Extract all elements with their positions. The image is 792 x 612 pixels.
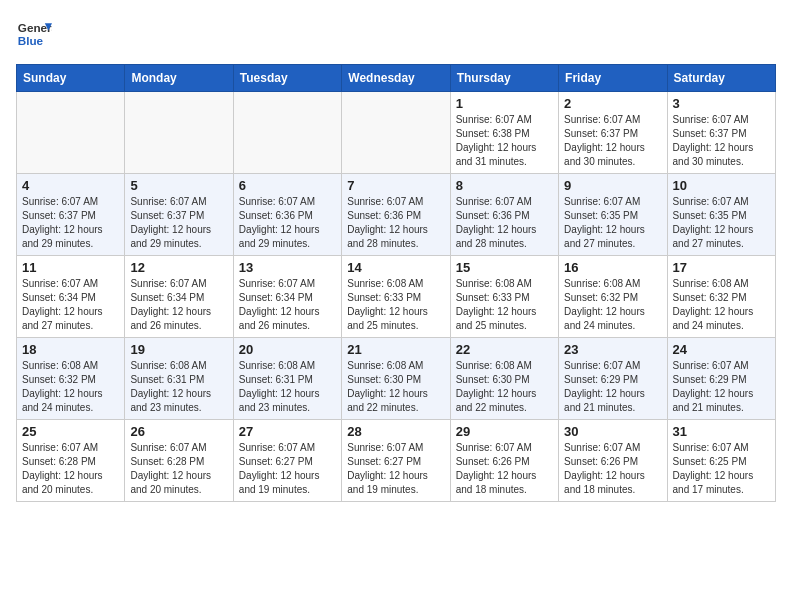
calendar-cell: 31Sunrise: 6:07 AM Sunset: 6:25 PM Dayli… <box>667 420 775 502</box>
cell-day-number: 2 <box>564 96 661 111</box>
cell-daylight-info: Sunrise: 6:07 AM Sunset: 6:25 PM Dayligh… <box>673 441 770 497</box>
cell-day-number: 15 <box>456 260 553 275</box>
calendar-cell: 16Sunrise: 6:08 AM Sunset: 6:32 PM Dayli… <box>559 256 667 338</box>
calendar-cell: 15Sunrise: 6:08 AM Sunset: 6:33 PM Dayli… <box>450 256 558 338</box>
week-row-4: 18Sunrise: 6:08 AM Sunset: 6:32 PM Dayli… <box>17 338 776 420</box>
svg-text:Blue: Blue <box>18 34 44 47</box>
calendar-cell: 11Sunrise: 6:07 AM Sunset: 6:34 PM Dayli… <box>17 256 125 338</box>
cell-daylight-info: Sunrise: 6:07 AM Sunset: 6:34 PM Dayligh… <box>22 277 119 333</box>
cell-day-number: 31 <box>673 424 770 439</box>
header: General Blue <box>16 16 776 52</box>
calendar-cell: 23Sunrise: 6:07 AM Sunset: 6:29 PM Dayli… <box>559 338 667 420</box>
weekday-header-monday: Monday <box>125 65 233 92</box>
weekday-header-wednesday: Wednesday <box>342 65 450 92</box>
calendar-cell: 18Sunrise: 6:08 AM Sunset: 6:32 PM Dayli… <box>17 338 125 420</box>
week-row-2: 4Sunrise: 6:07 AM Sunset: 6:37 PM Daylig… <box>17 174 776 256</box>
logo-icon: General Blue <box>16 16 52 52</box>
cell-daylight-info: Sunrise: 6:07 AM Sunset: 6:36 PM Dayligh… <box>456 195 553 251</box>
calendar-cell: 1Sunrise: 6:07 AM Sunset: 6:38 PM Daylig… <box>450 92 558 174</box>
cell-daylight-info: Sunrise: 6:08 AM Sunset: 6:31 PM Dayligh… <box>239 359 336 415</box>
calendar-table: SundayMondayTuesdayWednesdayThursdayFrid… <box>16 64 776 502</box>
cell-daylight-info: Sunrise: 6:08 AM Sunset: 6:33 PM Dayligh… <box>347 277 444 333</box>
weekday-header-thursday: Thursday <box>450 65 558 92</box>
cell-daylight-info: Sunrise: 6:07 AM Sunset: 6:36 PM Dayligh… <box>347 195 444 251</box>
cell-daylight-info: Sunrise: 6:07 AM Sunset: 6:29 PM Dayligh… <box>564 359 661 415</box>
cell-day-number: 20 <box>239 342 336 357</box>
cell-daylight-info: Sunrise: 6:07 AM Sunset: 6:38 PM Dayligh… <box>456 113 553 169</box>
calendar-cell: 19Sunrise: 6:08 AM Sunset: 6:31 PM Dayli… <box>125 338 233 420</box>
cell-daylight-info: Sunrise: 6:07 AM Sunset: 6:26 PM Dayligh… <box>564 441 661 497</box>
week-row-1: 1Sunrise: 6:07 AM Sunset: 6:38 PM Daylig… <box>17 92 776 174</box>
week-row-5: 25Sunrise: 6:07 AM Sunset: 6:28 PM Dayli… <box>17 420 776 502</box>
week-row-3: 11Sunrise: 6:07 AM Sunset: 6:34 PM Dayli… <box>17 256 776 338</box>
calendar-cell: 27Sunrise: 6:07 AM Sunset: 6:27 PM Dayli… <box>233 420 341 502</box>
cell-day-number: 4 <box>22 178 119 193</box>
weekday-header-saturday: Saturday <box>667 65 775 92</box>
svg-text:General: General <box>18 21 52 34</box>
calendar-cell: 6Sunrise: 6:07 AM Sunset: 6:36 PM Daylig… <box>233 174 341 256</box>
cell-day-number: 30 <box>564 424 661 439</box>
weekday-header-friday: Friday <box>559 65 667 92</box>
calendar-cell: 25Sunrise: 6:07 AM Sunset: 6:28 PM Dayli… <box>17 420 125 502</box>
cell-daylight-info: Sunrise: 6:07 AM Sunset: 6:35 PM Dayligh… <box>673 195 770 251</box>
cell-daylight-info: Sunrise: 6:08 AM Sunset: 6:30 PM Dayligh… <box>347 359 444 415</box>
cell-daylight-info: Sunrise: 6:07 AM Sunset: 6:34 PM Dayligh… <box>239 277 336 333</box>
cell-daylight-info: Sunrise: 6:08 AM Sunset: 6:31 PM Dayligh… <box>130 359 227 415</box>
cell-day-number: 5 <box>130 178 227 193</box>
cell-day-number: 9 <box>564 178 661 193</box>
cell-day-number: 24 <box>673 342 770 357</box>
calendar-cell: 12Sunrise: 6:07 AM Sunset: 6:34 PM Dayli… <box>125 256 233 338</box>
cell-day-number: 14 <box>347 260 444 275</box>
cell-day-number: 11 <box>22 260 119 275</box>
calendar-cell: 14Sunrise: 6:08 AM Sunset: 6:33 PM Dayli… <box>342 256 450 338</box>
calendar-cell <box>233 92 341 174</box>
cell-daylight-info: Sunrise: 6:08 AM Sunset: 6:33 PM Dayligh… <box>456 277 553 333</box>
calendar-cell: 7Sunrise: 6:07 AM Sunset: 6:36 PM Daylig… <box>342 174 450 256</box>
cell-daylight-info: Sunrise: 6:07 AM Sunset: 6:37 PM Dayligh… <box>22 195 119 251</box>
calendar-cell: 17Sunrise: 6:08 AM Sunset: 6:32 PM Dayli… <box>667 256 775 338</box>
calendar-cell: 2Sunrise: 6:07 AM Sunset: 6:37 PM Daylig… <box>559 92 667 174</box>
calendar-cell: 4Sunrise: 6:07 AM Sunset: 6:37 PM Daylig… <box>17 174 125 256</box>
cell-daylight-info: Sunrise: 6:07 AM Sunset: 6:28 PM Dayligh… <box>22 441 119 497</box>
cell-day-number: 25 <box>22 424 119 439</box>
cell-daylight-info: Sunrise: 6:08 AM Sunset: 6:30 PM Dayligh… <box>456 359 553 415</box>
weekday-header-row: SundayMondayTuesdayWednesdayThursdayFrid… <box>17 65 776 92</box>
calendar-cell: 10Sunrise: 6:07 AM Sunset: 6:35 PM Dayli… <box>667 174 775 256</box>
cell-daylight-info: Sunrise: 6:07 AM Sunset: 6:36 PM Dayligh… <box>239 195 336 251</box>
calendar-cell: 28Sunrise: 6:07 AM Sunset: 6:27 PM Dayli… <box>342 420 450 502</box>
cell-day-number: 6 <box>239 178 336 193</box>
cell-daylight-info: Sunrise: 6:07 AM Sunset: 6:29 PM Dayligh… <box>673 359 770 415</box>
calendar-cell: 26Sunrise: 6:07 AM Sunset: 6:28 PM Dayli… <box>125 420 233 502</box>
weekday-header-tuesday: Tuesday <box>233 65 341 92</box>
cell-day-number: 8 <box>456 178 553 193</box>
cell-daylight-info: Sunrise: 6:07 AM Sunset: 6:28 PM Dayligh… <box>130 441 227 497</box>
cell-daylight-info: Sunrise: 6:07 AM Sunset: 6:34 PM Dayligh… <box>130 277 227 333</box>
cell-day-number: 29 <box>456 424 553 439</box>
calendar-cell: 20Sunrise: 6:08 AM Sunset: 6:31 PM Dayli… <box>233 338 341 420</box>
calendar-cell: 30Sunrise: 6:07 AM Sunset: 6:26 PM Dayli… <box>559 420 667 502</box>
cell-daylight-info: Sunrise: 6:08 AM Sunset: 6:32 PM Dayligh… <box>22 359 119 415</box>
cell-daylight-info: Sunrise: 6:07 AM Sunset: 6:37 PM Dayligh… <box>130 195 227 251</box>
calendar-cell <box>17 92 125 174</box>
cell-day-number: 7 <box>347 178 444 193</box>
calendar-cell: 22Sunrise: 6:08 AM Sunset: 6:30 PM Dayli… <box>450 338 558 420</box>
cell-day-number: 12 <box>130 260 227 275</box>
calendar-cell: 5Sunrise: 6:07 AM Sunset: 6:37 PM Daylig… <box>125 174 233 256</box>
calendar-cell <box>342 92 450 174</box>
calendar-cell: 9Sunrise: 6:07 AM Sunset: 6:35 PM Daylig… <box>559 174 667 256</box>
calendar-cell: 13Sunrise: 6:07 AM Sunset: 6:34 PM Dayli… <box>233 256 341 338</box>
cell-day-number: 3 <box>673 96 770 111</box>
cell-day-number: 22 <box>456 342 553 357</box>
weekday-header-sunday: Sunday <box>17 65 125 92</box>
cell-daylight-info: Sunrise: 6:08 AM Sunset: 6:32 PM Dayligh… <box>673 277 770 333</box>
calendar-cell <box>125 92 233 174</box>
cell-day-number: 16 <box>564 260 661 275</box>
calendar-cell: 21Sunrise: 6:08 AM Sunset: 6:30 PM Dayli… <box>342 338 450 420</box>
cell-daylight-info: Sunrise: 6:07 AM Sunset: 6:35 PM Dayligh… <box>564 195 661 251</box>
calendar-cell: 24Sunrise: 6:07 AM Sunset: 6:29 PM Dayli… <box>667 338 775 420</box>
calendar-cell: 3Sunrise: 6:07 AM Sunset: 6:37 PM Daylig… <box>667 92 775 174</box>
cell-day-number: 19 <box>130 342 227 357</box>
calendar-body: 1Sunrise: 6:07 AM Sunset: 6:38 PM Daylig… <box>17 92 776 502</box>
cell-daylight-info: Sunrise: 6:07 AM Sunset: 6:27 PM Dayligh… <box>239 441 336 497</box>
cell-daylight-info: Sunrise: 6:08 AM Sunset: 6:32 PM Dayligh… <box>564 277 661 333</box>
